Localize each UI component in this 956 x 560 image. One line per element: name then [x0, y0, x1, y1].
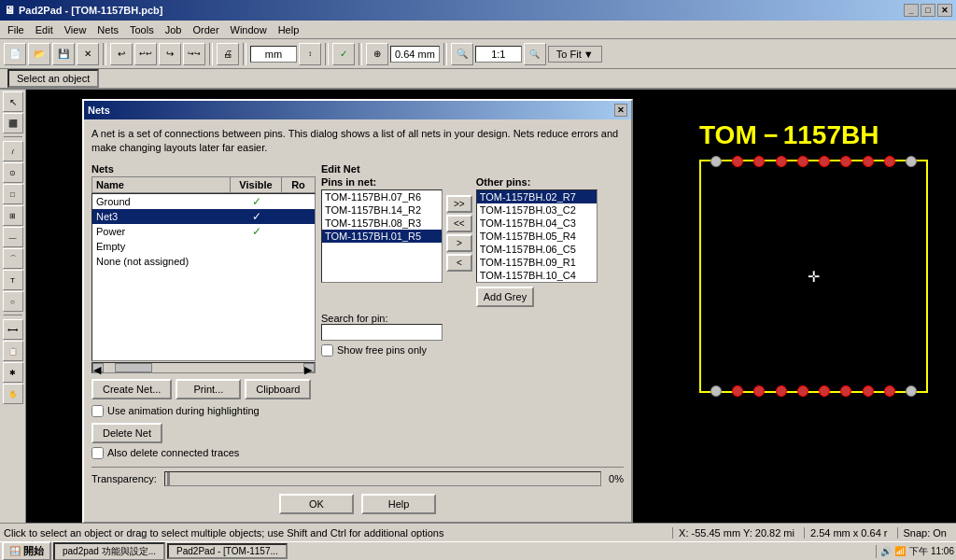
- net-row-net3[interactable]: Net3 ✓: [92, 209, 315, 224]
- scroll-right-btn[interactable]: ▶: [303, 363, 315, 372]
- help-button[interactable]: Help: [361, 494, 436, 514]
- check-button[interactable]: ✓: [332, 43, 355, 65]
- cursor-tool[interactable]: ↖: [3, 91, 23, 112]
- slider-thumb[interactable]: [167, 472, 170, 485]
- units-toggle[interactable]: ↕: [299, 43, 321, 65]
- add-grey-button[interactable]: Add Grey: [476, 287, 534, 307]
- menu-tools[interactable]: Tools: [124, 22, 160, 37]
- taskbar-item-1[interactable]: Pad2Pad - [TOM-1157...: [167, 543, 288, 559]
- other-pin-2[interactable]: TOM-1157BH.04_C3: [477, 217, 597, 230]
- text-tool[interactable]: T: [3, 270, 23, 290]
- pin-item-0[interactable]: TOM-1157BH.07_R6: [322, 190, 442, 203]
- show-free-pins-checkbox[interactable]: [321, 344, 333, 357]
- undo-button[interactable]: ↩: [110, 43, 133, 65]
- pins-in-net-label: Pins in net:: [321, 176, 443, 188]
- delete-net-button[interactable]: Delete Net: [91, 423, 162, 443]
- net-row-none[interactable]: None (not assigned): [92, 254, 315, 269]
- print-button[interactable]: 🖨: [217, 43, 239, 65]
- via-tool[interactable]: ⊙: [3, 162, 23, 183]
- move-left-button[interactable]: <: [446, 254, 472, 272]
- close-button[interactable]: ✕: [937, 4, 952, 17]
- zoom-fit-button[interactable]: To Fit ▼: [548, 46, 602, 63]
- other-pins-list[interactable]: TOM-1157BH.02_R7 TOM-1157BH.03_C2 TOM-11…: [476, 189, 598, 283]
- move-right-button[interactable]: >: [446, 234, 472, 252]
- zoom-icon[interactable]: 🔍: [451, 43, 473, 65]
- menu-file[interactable]: File: [2, 22, 30, 37]
- hand-tool[interactable]: ✋: [3, 384, 23, 404]
- ratsnest-tool[interactable]: ✱: [3, 362, 23, 383]
- clipboard-button[interactable]: Clipboard: [245, 379, 311, 399]
- pins-in-net-list[interactable]: TOM-1157BH.07_R6 TOM-1157BH.14_R2 TOM-11…: [321, 189, 443, 283]
- other-pin-5[interactable]: TOM-1157BH.09_R1: [477, 256, 597, 269]
- menu-window[interactable]: Window: [225, 22, 273, 37]
- menu-job[interactable]: Job: [160, 22, 188, 37]
- line-tool[interactable]: —: [3, 227, 23, 247]
- design-rule-tool[interactable]: 📋: [3, 341, 23, 361]
- nets-list[interactable]: Ground ✓ Net3 ✓ Power: [91, 193, 316, 361]
- scroll-thumb[interactable]: [115, 363, 152, 372]
- minimize-button[interactable]: _: [904, 4, 919, 17]
- other-pin-7[interactable]: TOM-1157BH.11_C3: [477, 282, 597, 283]
- ok-button[interactable]: OK: [279, 494, 354, 514]
- start-button[interactable]: 🪟 開始: [2, 541, 51, 560]
- zoom-magnify[interactable]: 🔍: [524, 43, 546, 65]
- nets-horizontal-scrollbar[interactable]: ◀ ▶: [91, 362, 316, 373]
- menu-edit[interactable]: Edit: [30, 22, 59, 37]
- pin-item-1[interactable]: TOM-1157BH.14_R2: [322, 203, 442, 217]
- other-pin-1[interactable]: TOM-1157BH.03_C2: [477, 203, 597, 217]
- other-pin-3[interactable]: TOM-1157BH.05_R4: [477, 230, 597, 243]
- layer-tool[interactable]: ⬛: [3, 113, 23, 133]
- pin-bottom-3: [753, 385, 765, 397]
- taskbar-item-0[interactable]: pad2pad 功能與設定...: [53, 542, 165, 561]
- delete-connected-checkbox[interactable]: [91, 447, 104, 459]
- transparency-slider[interactable]: [164, 471, 601, 486]
- scroll-left-btn[interactable]: ◀: [92, 363, 104, 372]
- pins-in-net-section: Pins in net: TOM-1157BH.07_R6 TOM-1157BH…: [321, 176, 443, 283]
- zoom-group: 🔍 1:1 🔍 To Fit ▼: [451, 43, 602, 65]
- other-pin-4[interactable]: TOM-1157BH.06_C5: [477, 243, 597, 256]
- route-tool[interactable]: /: [3, 141, 23, 161]
- pin-top-2: [732, 156, 743, 167]
- measure-tool[interactable]: ⟷: [3, 319, 23, 340]
- print-button-dialog[interactable]: Print...: [176, 379, 241, 399]
- restore-button[interactable]: □: [921, 4, 935, 17]
- pad-tool[interactable]: □: [3, 184, 23, 204]
- net-row-ground[interactable]: Ground ✓: [92, 194, 315, 209]
- search-pin-input[interactable]: [321, 324, 443, 341]
- redo2-button[interactable]: ↪↪: [183, 43, 205, 65]
- pin-top-4: [776, 156, 787, 167]
- redo-button[interactable]: ↪: [159, 43, 181, 65]
- move-all-right-button[interactable]: >>: [446, 195, 472, 213]
- dialog-close-button[interactable]: ✕: [614, 104, 627, 117]
- other-pins-label: Other pins:: [476, 176, 624, 188]
- circle-tool[interactable]: ○: [3, 291, 23, 312]
- new-button[interactable]: 📄: [4, 43, 26, 65]
- save-button[interactable]: 💾: [52, 43, 75, 65]
- move-all-left-button[interactable]: <<: [446, 215, 472, 232]
- crosshair-button[interactable]: ⊕: [366, 43, 388, 65]
- pin-top-5: [797, 156, 808, 167]
- menu-nets[interactable]: Nets: [91, 22, 124, 37]
- create-net-button[interactable]: Create Net...: [91, 379, 172, 399]
- pin-bottom-10: [906, 385, 917, 397]
- net-row-power[interactable]: Power ✓: [92, 224, 315, 239]
- pin-item-3[interactable]: TOM-1157BH.01_R5: [322, 230, 442, 243]
- animation-checkbox[interactable]: [91, 405, 104, 417]
- open-button[interactable]: 📂: [28, 43, 50, 65]
- component-tool[interactable]: ⊞: [3, 205, 23, 226]
- menu-order[interactable]: Order: [187, 22, 224, 37]
- arc-tool[interactable]: ⌒: [3, 248, 23, 269]
- menu-view[interactable]: View: [59, 22, 92, 37]
- canvas-area[interactable]: TOM－1157BH ✛: [26, 90, 956, 523]
- menu-help[interactable]: Help: [273, 22, 305, 37]
- pin-item-2[interactable]: TOM-1157BH.08_R3: [322, 217, 442, 230]
- undo2-button[interactable]: ↩↩: [134, 43, 157, 65]
- select-object-button[interactable]: Select an object: [7, 69, 99, 88]
- net-row-empty[interactable]: Empty: [92, 239, 315, 254]
- show-free-pins-row: Show free pins only: [321, 344, 624, 357]
- close-button-tb[interactable]: ✕: [77, 43, 99, 65]
- editnet-panel: Edit Net Pins in net: TOM-1157BH.07_R6 T…: [321, 163, 624, 399]
- menu-bar: File Edit View Nets Tools Job Order Wind…: [0, 21, 956, 39]
- other-pin-6[interactable]: TOM-1157BH.10_C4: [477, 269, 597, 282]
- other-pin-0[interactable]: TOM-1157BH.02_R7: [477, 190, 597, 203]
